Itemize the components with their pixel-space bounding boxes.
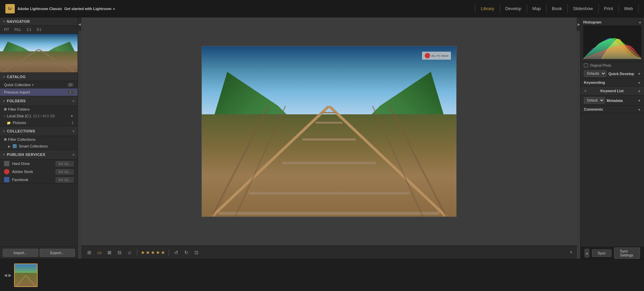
quick-develop-expand[interactable]: ◄ <box>637 72 641 75</box>
keyword-list-title: Keyword List <box>600 89 624 93</box>
sync-dropdown[interactable]: ▲ <box>585 249 589 257</box>
svg-line-2 <box>212 106 329 217</box>
one-to-one-control[interactable]: 1:1 <box>25 27 33 32</box>
right-rail-toggle[interactable]: ▶ <box>577 17 580 31</box>
filter-collections-row[interactable]: Filter Collections <box>0 136 78 143</box>
histogram-expand[interactable]: ◄ <box>638 20 641 24</box>
filmstrip-next-arrow[interactable]: ▶ <box>8 273 11 278</box>
rotate-right-button[interactable]: ↻ <box>182 248 190 256</box>
keyword-list-header[interactable]: + Keyword List ◄ <box>581 86 644 96</box>
filmstrip-prev-arrow[interactable]: ◀ <box>4 273 7 278</box>
sync-button[interactable]: Sync <box>592 249 611 257</box>
publish-services-add-button[interactable]: + <box>72 152 75 157</box>
disk-expand-arrow[interactable]: ▼ <box>70 114 74 118</box>
comments-expand[interactable]: ◄ <box>637 108 641 111</box>
pictures-folder-label: Pictures <box>13 121 26 125</box>
original-photo-row: Original Photo <box>581 62 644 69</box>
survey-view-button[interactable]: ⊟ <box>116 248 124 256</box>
pictures-folder-item[interactable]: 📁 Pictures 1 <box>0 119 78 126</box>
hard-drive-service-row[interactable]: Hard Drive Set Up... <box>0 160 78 168</box>
quick-develop-header[interactable]: Defaults Quick Develop ◄ <box>581 69 644 79</box>
previous-import-item[interactable]: Previous Import 1 <box>0 89 78 96</box>
publish-services-header[interactable]: ▼ Publish Services + <box>0 150 78 160</box>
histogram-svg <box>583 25 641 59</box>
app-title: Adobe Lightroom Classic Get started with… <box>17 7 116 11</box>
comments-header[interactable]: Comments ◄ <box>581 106 644 113</box>
catalog-section: ▼ Catalog Quick Collection + 0 Previous … <box>0 73 78 96</box>
collections-add-button[interactable]: + <box>72 128 75 134</box>
star-rating[interactable]: ★ ★ ★ ★ ★ <box>141 250 165 255</box>
import-button[interactable]: Import... <box>3 249 38 257</box>
keyword-list-add-icon[interactable]: + <box>584 88 587 94</box>
filmstrip-thumb-1[interactable] <box>14 264 38 287</box>
quick-collection-item[interactable]: Quick Collection + 0 <box>0 81 78 89</box>
smart-collections-row[interactable]: ▶ Smart Collections <box>0 143 78 150</box>
fill-control[interactable]: FILL <box>13 27 22 32</box>
quick-develop-title: Quick Develop <box>608 72 634 76</box>
folders-triangle: ▼ <box>3 100 5 103</box>
collections-triangle: ▼ <box>3 130 5 133</box>
star-3[interactable]: ★ <box>151 250 155 255</box>
toolbar-right: ▼ <box>569 250 573 254</box>
hard-drive-setup-button[interactable]: Set Up... <box>56 161 74 166</box>
filter-folders-row[interactable]: Filter Folders <box>0 106 78 113</box>
svg-line-0 <box>3 49 39 72</box>
collections-header[interactable]: ▼ Collections + <box>0 126 78 136</box>
publish-services-section: ▼ Publish Services + Hard Drive Set Up..… <box>0 150 78 184</box>
star-5[interactable]: ★ <box>161 250 165 255</box>
original-photo-checkbox[interactable] <box>584 63 588 67</box>
toolbar-dropdown-arrow[interactable]: ▼ <box>569 250 573 254</box>
collections-section: ▼ Collections + Filter Collections ▶ Sma… <box>0 126 78 150</box>
nav-web[interactable]: Web <box>619 4 639 13</box>
nav-library[interactable]: Library <box>475 4 500 13</box>
folders-section: ▼ Folders + Filter Folders i Local Disk … <box>0 96 78 126</box>
quick-collection-count: 0 <box>67 83 74 87</box>
left-rail-toggle[interactable]: ◀ <box>78 17 81 31</box>
disk-label: Local Disk (C:) <box>7 114 31 118</box>
keyword-list-expand[interactable]: ◄ <box>637 89 641 93</box>
local-disk-row[interactable]: i Local Disk (C:) 33.2 / 49.5 GB ▼ <box>0 113 78 119</box>
nav-slideshow[interactable]: Slideshow <box>568 4 599 13</box>
keywording-expand[interactable]: ◄ <box>637 81 641 84</box>
main-photo[interactable]: ALL PC World <box>201 46 457 217</box>
adobe-stock-label: Adobe Stock <box>12 170 33 174</box>
filmstrip-nav: ◀ ▶ <box>3 273 13 278</box>
three-to-one-control[interactable]: 3:1 <box>35 27 43 32</box>
navigator-thumbnail[interactable] <box>0 34 78 72</box>
rotate-left-button[interactable]: ↺ <box>172 248 180 256</box>
sync-settings-button[interactable]: Sync Settings <box>614 247 640 259</box>
adobe-stock-setup-button[interactable]: Set Up... <box>56 169 74 174</box>
star-1[interactable]: ★ <box>141 250 145 255</box>
filmstrip-thumb-image <box>15 264 37 286</box>
adobe-stock-service-row[interactable]: Adobe Stock Set Up... <box>0 168 78 176</box>
folders-header[interactable]: ▼ Folders + <box>0 96 78 106</box>
navigator-header[interactable]: ▼ Navigator <box>0 17 78 26</box>
smart-expand-arrow[interactable]: ▶ <box>8 144 11 148</box>
crop-button[interactable]: ⊡ <box>192 248 200 256</box>
compare-view-button[interactable]: ⊠ <box>105 248 113 256</box>
export-button[interactable]: Export... <box>40 249 75 257</box>
top-bar: Lr Adobe Lightroom Classic Get started w… <box>0 0 644 17</box>
nav-book[interactable]: Book <box>547 4 568 13</box>
nav-develop[interactable]: Develop <box>500 4 527 13</box>
grid-view-button[interactable]: ⊞ <box>85 248 93 256</box>
nav-print[interactable]: Print <box>599 4 619 13</box>
keywording-header[interactable]: Keywording ◄ <box>581 79 644 86</box>
loupe-view-button[interactable]: ▭ <box>95 248 103 256</box>
facebook-service-row[interactable]: Facebook Set Up... <box>0 176 78 184</box>
facebook-setup-button[interactable]: Set Up... <box>56 177 74 182</box>
people-view-button[interactable]: ☺ <box>126 248 134 256</box>
fit-control[interactable]: FIT <box>3 27 10 32</box>
star-2[interactable]: ★ <box>146 250 150 255</box>
metadata-preset-select[interactable]: Default <box>584 97 605 104</box>
navigator-section: ▼ Navigator FIT FILL 1:1 3:1 <box>0 17 78 73</box>
metadata-expand[interactable]: ◄ <box>637 99 641 102</box>
toolbar-divider2 <box>169 249 169 256</box>
catalog-header[interactable]: ▼ Catalog <box>0 73 78 81</box>
star-4[interactable]: ★ <box>156 250 160 255</box>
quick-develop-preset-select[interactable]: Defaults <box>584 70 606 77</box>
center-area: ALL PC World ⊞ ▭ ⊠ ⊟ ☺ ★ ★ ★ ★ ★ <box>81 17 577 259</box>
nav-map[interactable]: Map <box>527 4 547 13</box>
folders-add-button[interactable]: + <box>72 98 75 104</box>
metadata-header[interactable]: Default Metadata ◄ <box>581 96 644 106</box>
